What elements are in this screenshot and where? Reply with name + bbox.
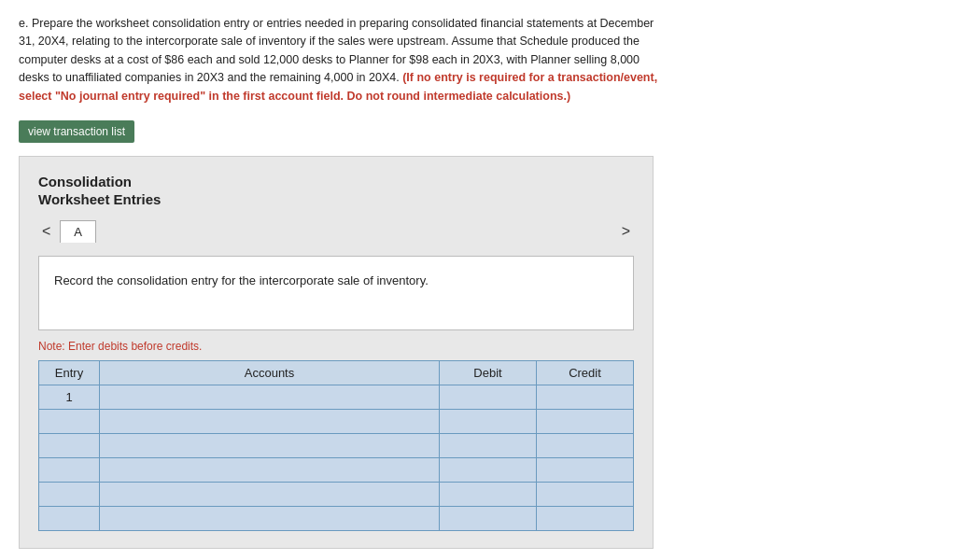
header-entry: Entry [39,360,100,385]
debit-input-cell[interactable] [440,457,537,482]
entry-num-cell [39,433,100,457]
table-row [39,409,634,433]
credit-input-cell[interactable] [537,506,634,530]
header-debit: Debit [440,360,537,385]
accounts-input-cell[interactable] [100,409,440,433]
entry-num-cell [39,482,100,506]
table-row [39,482,634,506]
table-row: 1 [39,385,634,409]
tab-navigation: < A > [38,220,634,243]
header-credit: Credit [537,360,634,385]
entry-num-cell [39,409,100,433]
worksheet-title-line2: Worksheet Entries [38,191,634,207]
credit-input-cell[interactable] [537,433,634,457]
entry-num-cell [39,457,100,482]
credit-input-cell[interactable] [537,457,634,482]
note-text: Note: Enter debits before credits. [38,340,634,353]
accounts-input-cell[interactable] [100,457,440,482]
entry-num-cell: 1 [39,385,100,409]
table-row [39,506,634,530]
header-accounts: Accounts [100,360,440,385]
worksheet-container: Consolidation Worksheet Entries < A > Re… [19,156,654,549]
accounts-input-cell[interactable] [100,433,440,457]
credit-input-cell[interactable] [537,482,634,506]
debit-input-cell[interactable] [440,482,537,506]
entry-num-cell [39,506,100,530]
debit-input-cell[interactable] [440,433,537,457]
debit-input-cell[interactable] [440,385,537,409]
debit-input-cell[interactable] [440,506,537,530]
accounts-input-cell[interactable] [100,385,440,409]
worksheet-title-line1: Consolidation [38,174,634,189]
nav-right-arrow[interactable]: > [618,221,634,242]
table-row [39,457,634,482]
entry-table: Entry Accounts Debit Credit 1 [38,360,634,531]
instruction-box: Record the consolidation entry for the i… [38,256,634,330]
table-row [39,433,634,457]
nav-left-arrow[interactable]: < [38,221,54,242]
view-transaction-button[interactable]: view transaction list [19,120,134,143]
accounts-input-cell[interactable] [100,506,440,530]
problem-text: e. Prepare the worksheet consolidation e… [19,15,672,105]
debit-input-cell[interactable] [440,409,537,433]
credit-input-cell[interactable] [537,385,634,409]
accounts-input-cell[interactable] [100,482,440,506]
tab-a[interactable]: A [60,220,96,243]
credit-input-cell[interactable] [537,409,634,433]
instruction-text: Record the consolidation entry for the i… [54,273,429,287]
